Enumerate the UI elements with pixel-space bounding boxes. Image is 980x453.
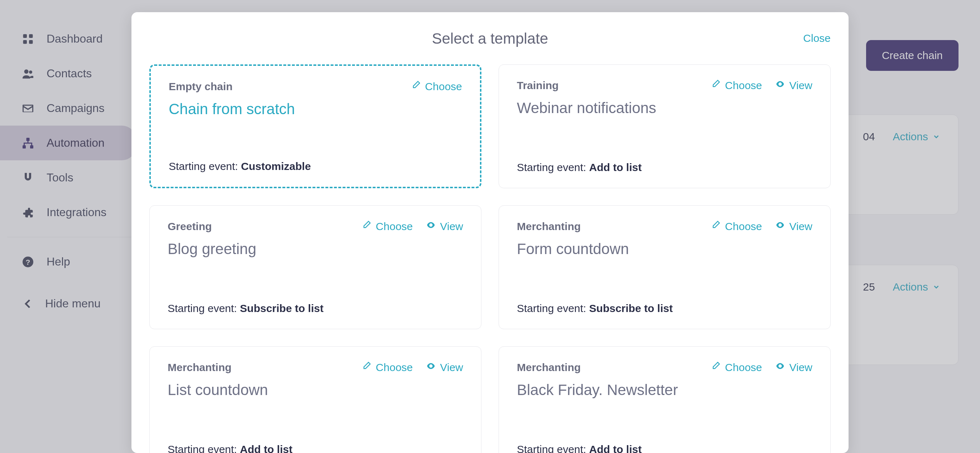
template-category: Greeting [168, 220, 212, 233]
eye-icon [426, 220, 436, 233]
starting-event-label: Starting event: [168, 303, 237, 314]
view-label: View [440, 361, 463, 374]
starting-event-label: Starting event: [517, 303, 586, 314]
svg-point-14 [430, 224, 432, 226]
choose-template-button[interactable]: Choose [711, 220, 762, 233]
view-label: View [440, 220, 463, 233]
starting-event-value: Add to list [589, 443, 642, 453]
modal-header: Select a template Close [150, 30, 830, 47]
pencil-icon [711, 361, 721, 374]
template-category: Merchanting [168, 361, 231, 374]
template-card[interactable]: Training Choose View Webinar notificatio… [499, 64, 830, 188]
select-template-modal: Select a template Close Empty chain Choo… [132, 12, 848, 453]
template-card[interactable]: Merchanting Choose View Black Friday. Ne… [499, 346, 830, 453]
template-title: List countdown [168, 382, 463, 399]
view-template-button[interactable]: View [775, 79, 812, 92]
starting-event-label: Starting event: [517, 162, 586, 173]
choose-label: Choose [725, 79, 762, 92]
template-starting-event: Starting event: Add to list [517, 162, 812, 174]
choose-label: Choose [725, 361, 762, 374]
modal-close-button[interactable]: Close [803, 32, 830, 44]
pencil-icon [361, 220, 371, 233]
template-card[interactable]: Greeting Choose View Blog greeting Start… [150, 205, 481, 329]
choose-label: Choose [725, 220, 762, 233]
starting-event-label: Starting event: [168, 443, 237, 453]
choose-template-button[interactable]: Choose [711, 79, 762, 92]
card-header: Merchanting Choose View [517, 220, 812, 233]
starting-event-value: Subscribe to list [240, 303, 323, 314]
template-title: Blog greeting [168, 241, 463, 258]
eye-icon [775, 79, 785, 92]
pencil-icon [361, 361, 371, 374]
eye-icon [775, 361, 785, 374]
close-label: Close [803, 32, 830, 44]
svg-point-15 [779, 224, 781, 226]
card-actions: Choose View [711, 79, 812, 92]
view-template-button[interactable]: View [775, 361, 812, 374]
choose-label: Choose [425, 81, 462, 93]
card-actions: Choose [411, 80, 462, 93]
choose-template-button[interactable]: Choose [361, 220, 413, 233]
template-category: Empty chain [169, 81, 232, 93]
starting-event-value: Subscribe to list [589, 303, 673, 314]
template-title: Webinar notifications [517, 100, 812, 117]
view-template-button[interactable]: View [775, 220, 812, 233]
starting-event-value: Customizable [241, 160, 311, 172]
choose-template-button[interactable]: Choose [411, 80, 462, 93]
template-category: Merchanting [517, 361, 581, 374]
template-starting-event: Starting event: Subscribe to list [517, 303, 812, 315]
view-label: View [789, 361, 812, 374]
modal-title: Select a template [432, 30, 548, 47]
choose-template-button[interactable]: Choose [361, 361, 413, 374]
card-actions: Choose View [711, 220, 812, 233]
template-title: Form countdown [517, 241, 812, 258]
card-header: Merchanting Choose View [168, 361, 463, 374]
card-actions: Choose View [361, 361, 463, 374]
eye-icon [775, 220, 785, 233]
starting-event-value: Add to list [240, 443, 293, 453]
card-header: Training Choose View [517, 79, 812, 92]
template-category: Training [517, 79, 559, 92]
pencil-icon [711, 79, 721, 92]
template-starting-event: Starting event: Add to list [517, 443, 812, 453]
view-template-button[interactable]: View [426, 361, 463, 374]
svg-point-13 [779, 83, 781, 85]
card-actions: Choose View [711, 361, 812, 374]
modal-overlay[interactable]: Select a template Close Empty chain Choo… [0, 0, 980, 453]
starting-event-label: Starting event: [517, 443, 586, 453]
view-label: View [789, 79, 812, 92]
choose-label: Choose [376, 220, 413, 233]
card-header: Merchanting Choose View [517, 361, 812, 374]
pencil-icon [711, 220, 721, 233]
choose-template-button[interactable]: Choose [711, 361, 762, 374]
eye-icon [426, 361, 436, 374]
starting-event-label: Starting event: [169, 160, 238, 172]
template-category: Merchanting [517, 220, 581, 233]
template-title: Black Friday. Newsletter [517, 382, 812, 399]
card-header: Greeting Choose View [168, 220, 463, 233]
starting-event-value: Add to list [589, 162, 642, 173]
template-grid: Empty chain Choose Chain from scratch St… [150, 64, 830, 453]
svg-point-17 [779, 365, 781, 367]
view-label: View [789, 220, 812, 233]
card-actions: Choose View [361, 220, 463, 233]
template-card[interactable]: Merchanting Choose View Form countdown S… [499, 205, 830, 329]
template-card[interactable]: Empty chain Choose Chain from scratch St… [150, 64, 481, 188]
template-title: Chain from scratch [169, 101, 462, 118]
choose-label: Choose [376, 361, 413, 374]
template-starting-event: Starting event: Add to list [168, 443, 463, 453]
view-template-button[interactable]: View [426, 220, 463, 233]
template-starting-event: Starting event: Customizable [169, 160, 462, 173]
template-starting-event: Starting event: Subscribe to list [168, 303, 463, 315]
card-header: Empty chain Choose [169, 80, 462, 93]
template-card[interactable]: Merchanting Choose View List countdown S… [150, 346, 481, 453]
pencil-icon [411, 80, 421, 93]
svg-point-16 [430, 365, 432, 367]
